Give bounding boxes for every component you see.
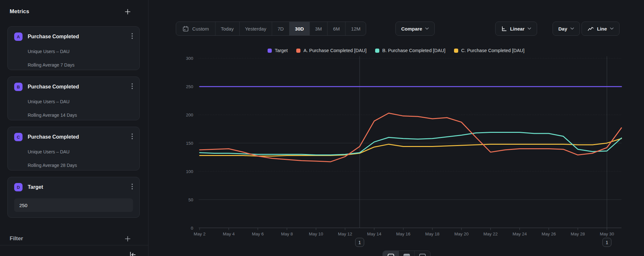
metric-title: Purchase Completed — [28, 134, 131, 140]
x-axis-label: May 18 — [425, 232, 440, 236]
metric-card-c[interactable]: C Purchase Completed Unique Users – DAU … — [7, 127, 140, 170]
filter-section: Filter — [10, 235, 131, 242]
metric-card-header: A Purchase Completed — [14, 32, 133, 41]
metric-event-type: Unique Users – DAU — [28, 99, 133, 104]
add-metric-button[interactable] — [125, 9, 131, 15]
metric-badge: B — [14, 83, 23, 91]
y-axis-label: 300 — [186, 56, 193, 61]
table-view-icon — [419, 253, 426, 256]
metric-title: Purchase Completed — [28, 34, 131, 40]
metric-card-a[interactable]: A Purchase Completed Unique Users – DAU … — [7, 26, 140, 70]
x-axis-label: May 16 — [396, 232, 410, 236]
x-axis-label: May 26 — [542, 232, 556, 236]
kebab-menu-icon[interactable] — [131, 33, 133, 41]
kebab-menu-icon[interactable] — [131, 133, 133, 141]
metric-badge: D — [14, 183, 23, 191]
view-chart-table-button[interactable] — [399, 251, 414, 256]
view-chart-button[interactable] — [383, 251, 399, 256]
y-axis-label: 200 — [186, 113, 193, 117]
target-card[interactable]: D Target — [7, 177, 140, 218]
annotation-badge-label: 1 — [358, 240, 361, 245]
y-axis-label: 50 — [188, 197, 193, 202]
x-axis-label: May 10 — [309, 232, 323, 236]
x-axis-label: May 8 — [281, 232, 293, 236]
chart-view-icon — [387, 253, 395, 256]
metrics-sidebar: Metrics A Purchase Completed Unique User… — [0, 0, 148, 256]
metric-event-type: Unique Users – DAU — [28, 149, 133, 154]
target-value-input[interactable] — [14, 198, 133, 212]
x-axis-label: May 2 — [194, 232, 206, 236]
x-axis-label: May 20 — [454, 232, 469, 236]
view-switcher — [383, 251, 431, 256]
x-axis-label: May 22 — [483, 232, 497, 236]
filter-title: Filter — [10, 235, 23, 242]
x-axis-label: May 4 — [223, 232, 235, 236]
collapse-sidebar-button[interactable] — [128, 251, 137, 256]
y-axis-label: 100 — [186, 169, 193, 174]
metric-card-header: C Purchase Completed — [14, 133, 133, 141]
series-line-c[interactable] — [200, 139, 621, 156]
metric-rolling-average: Rolling Average 7 Days — [28, 62, 133, 68]
metric-badge: C — [14, 133, 23, 141]
sidebar-header: Metrics — [10, 8, 131, 15]
sidebar-footer-divider — [0, 245, 148, 245]
y-axis-label: 150 — [186, 141, 193, 146]
app-root: { "sidebar": { "title": "Metrics", "filt… — [0, 0, 644, 256]
metric-rolling-average: Rolling Average 14 Days — [28, 113, 133, 118]
kebab-menu-icon[interactable] — [131, 83, 133, 91]
y-axis-label: 0 — [191, 226, 193, 231]
annotation-badge-label: 1 — [606, 240, 608, 245]
chart-canvas[interactable]: 050100150200250300May 2May 4May 6May 8Ma… — [148, 0, 644, 256]
x-axis-label: May 28 — [571, 232, 585, 236]
metric-card-header: B Purchase Completed — [14, 83, 133, 91]
metric-badge: A — [14, 32, 23, 41]
chart-table-view-icon — [403, 253, 411, 256]
metric-rolling-average: Rolling Average 28 Days — [28, 163, 133, 168]
metric-title: Target — [28, 184, 131, 190]
x-axis-label: May 24 — [513, 232, 527, 236]
sidebar-title: Metrics — [10, 8, 29, 15]
metric-title: Purchase Completed — [28, 84, 131, 90]
x-axis-label: May 14 — [367, 232, 382, 236]
x-axis-label: May 6 — [252, 232, 264, 236]
x-axis-label: May 30 — [600, 232, 614, 236]
x-axis-label: May 12 — [338, 232, 352, 236]
kebab-menu-icon[interactable] — [131, 183, 133, 191]
add-filter-button[interactable] — [125, 236, 131, 242]
metric-event-type: Unique Users – DAU — [28, 49, 133, 54]
view-table-button[interactable] — [414, 251, 430, 256]
metric-card-header: D Target — [14, 183, 133, 191]
metric-card-b[interactable]: B Purchase Completed Unique Users – DAU … — [7, 77, 140, 120]
series-line-b[interactable] — [200, 133, 621, 155]
y-axis-label: 250 — [186, 84, 193, 89]
